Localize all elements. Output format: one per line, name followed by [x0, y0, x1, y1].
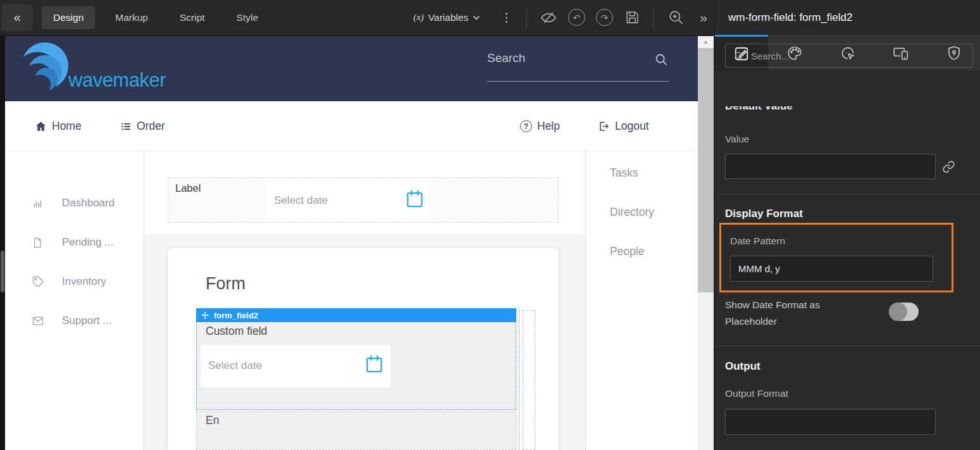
brand-wordmark: wavemaker — [68, 69, 166, 92]
nav-help-label: Help — [537, 120, 560, 133]
toolbar-divider — [654, 8, 654, 28]
form-field-label: Custom field — [206, 325, 267, 338]
home-icon — [35, 120, 47, 132]
form-title: Form — [206, 274, 245, 294]
bind-link-icon[interactable] — [942, 160, 955, 173]
date-placeholder: Select date — [274, 194, 328, 207]
date-placeholder: Select date — [208, 359, 262, 372]
save-button[interactable] — [621, 7, 643, 28]
wavemaker-logo[interactable]: wavemaker — [19, 41, 166, 96]
design-canvas: wavemaker Search Home — [5, 36, 698, 450]
nav-item-logout[interactable]: Logout — [598, 101, 649, 151]
sidebar-item-label: Dashboard — [62, 197, 115, 209]
list-item-tasks[interactable]: Tasks — [610, 166, 638, 180]
tab-style[interactable]: Style — [225, 6, 270, 29]
scrollbar-up-arrow[interactable]: ▲ — [698, 36, 714, 48]
selected-form-field[interactable]: Custom field Select date — [196, 322, 516, 410]
redo-button[interactable]: ↷ — [593, 7, 615, 28]
next-form-field[interactable]: En — [196, 411, 516, 450]
site-search-underline — [487, 81, 669, 82]
list-icon — [120, 121, 132, 132]
section-divider — [715, 194, 980, 194]
form-grid-column-outline — [523, 310, 535, 450]
tab-script[interactable]: Script — [168, 6, 216, 29]
tab-design[interactable]: Design — [42, 6, 95, 29]
selected-widget-title: wm-form-field: form_field2 — [728, 11, 853, 24]
variables-x-icon: (x) — [413, 12, 424, 23]
date-pattern-label: Date Pattern — [730, 235, 785, 247]
output-format-input[interactable] — [725, 409, 936, 435]
studio-toolbar: « Design Markup Script Style (x) Variabl… — [0, 0, 714, 36]
properties-search — [725, 44, 973, 68]
properties-header: wm-form-field: form_field2 — [715, 0, 980, 35]
toggle-label: Show Date Format as Placeholder — [725, 297, 820, 330]
section-heading-display-format: Display Format — [725, 208, 803, 220]
zoom-in-button[interactable] — [665, 7, 686, 28]
redo-icon: ↷ — [596, 9, 613, 26]
form-card: Form form_field2 Custom field Select dat… — [168, 248, 559, 450]
undo-icon: ↶ — [568, 9, 585, 26]
toolbar-divider — [526, 8, 527, 28]
calendar-icon[interactable] — [366, 354, 383, 373]
site-search-input[interactable]: Search — [487, 51, 669, 65]
save-icon — [624, 9, 640, 25]
date-pattern-input[interactable] — [730, 256, 933, 282]
wavemaker-wave-icon — [19, 41, 71, 96]
sidebar-item-label: Pending ... — [62, 236, 113, 249]
sidebar-item-label: Support ... — [62, 315, 111, 327]
logout-icon — [598, 120, 610, 132]
list-item-directory[interactable]: Directory — [610, 206, 654, 219]
wavemaker-studio: « Design Markup Script Style (x) Variabl… — [0, 0, 980, 450]
default-value-input[interactable] — [725, 154, 936, 179]
sidebar-item-support[interactable]: Support ... — [5, 313, 144, 329]
form-date-input[interactable]: Select date — [201, 345, 390, 387]
move-icon — [201, 311, 209, 320]
show-date-format-toggle[interactable] — [889, 303, 919, 321]
left-panel-handle[interactable] — [1, 251, 4, 292]
variables-label: Variables — [428, 12, 468, 23]
form-field-label: En — [206, 414, 219, 427]
chevron-down-icon — [473, 15, 480, 20]
bar-chart-icon — [32, 197, 44, 209]
preview-nav-bar: Home Order ? Help Logout — [5, 101, 698, 151]
nav-item-help[interactable]: ? Help — [520, 101, 560, 151]
date-input[interactable]: Select date — [266, 178, 430, 222]
nav-order-label: Order — [137, 120, 165, 133]
widget-label: Label — [175, 182, 201, 194]
scrollbar-thumb[interactable] — [698, 48, 714, 292]
section-heading-output: Output — [725, 360, 760, 373]
variables-dropdown[interactable]: (x) Variables — [413, 12, 480, 23]
calendar-icon[interactable] — [406, 189, 423, 208]
properties-panel: wm-form-field: form_field2 — [714, 0, 980, 450]
document-icon — [32, 237, 44, 249]
collapse-panel-button[interactable]: « — [1, 4, 33, 31]
help-icon: ? — [520, 120, 532, 132]
highlight-outline: Date Pattern — [719, 223, 953, 292]
preview-eye-off-button[interactable] — [538, 7, 559, 28]
value-label: Value — [725, 134, 750, 145]
output-format-label: Output Format — [725, 388, 788, 399]
nav-item-order[interactable]: Order — [120, 101, 165, 151]
nav-item-home[interactable]: Home — [35, 101, 82, 151]
tab-markup[interactable]: Markup — [104, 6, 159, 29]
search-icon[interactable] — [654, 53, 668, 66]
canvas-scrollbar[interactable]: ▲ — [698, 36, 714, 450]
expand-panel-button[interactable]: » — [690, 10, 714, 25]
nav-logout-label: Logout — [615, 120, 649, 133]
section-heading-default-value: Default Value — [725, 106, 793, 120]
selected-widget-chip[interactable]: form_field2 — [196, 308, 516, 322]
more-options-button[interactable]: ⋮ — [494, 10, 519, 25]
list-item-people[interactable]: People — [610, 245, 645, 258]
properties-search-input[interactable] — [751, 51, 972, 61]
tag-icon — [32, 275, 44, 288]
sidebar-item-pending[interactable]: Pending ... — [5, 234, 144, 251]
date-widget-row: Label Select date — [168, 177, 559, 223]
sidebar-item-dashboard[interactable]: Dashboard — [5, 195, 144, 211]
envelope-icon — [32, 315, 44, 327]
undo-button[interactable]: ↶ — [566, 7, 587, 28]
sidebar-item-inventory[interactable]: Inventory — [5, 273, 144, 290]
chevron-double-right-icon: » — [700, 10, 707, 25]
search-icon — [734, 51, 745, 61]
left-edge-strip — [0, 36, 5, 450]
properties-body: Default Value Value Display Format Date … — [715, 71, 980, 450]
